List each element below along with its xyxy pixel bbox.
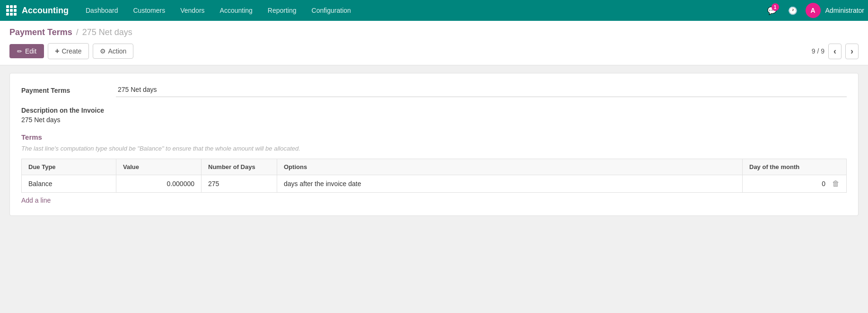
record-card: Payment Terms 275 Net days Description o… xyxy=(9,73,859,216)
action-label: Action xyxy=(108,47,127,55)
breadcrumb-current: 275 Net days xyxy=(82,27,132,37)
page-header: Payment Terms / 275 Net days Edit Create… xyxy=(0,21,868,65)
chevron-right-icon xyxy=(850,46,853,56)
admin-label[interactable]: Administrator xyxy=(825,7,864,14)
pager-prev-button[interactable] xyxy=(828,44,842,59)
plus-icon xyxy=(55,47,59,55)
gear-icon xyxy=(100,47,106,55)
cell-due-type: Balance xyxy=(22,175,116,193)
add-line-button[interactable]: Add a line xyxy=(21,197,51,204)
nav-item-configuration[interactable]: Configuration xyxy=(304,0,359,21)
col-header-value: Value xyxy=(116,159,202,175)
description-block: Description on the Invoice 275 Net days xyxy=(21,107,847,124)
col-header-day-month: Day of the month xyxy=(743,159,847,175)
action-button[interactable]: Action xyxy=(93,44,134,59)
delete-row-button[interactable]: 🗑 xyxy=(832,179,840,188)
breadcrumb: Payment Terms / 275 Net days xyxy=(9,27,859,37)
apps-icon[interactable] xyxy=(4,3,19,18)
col-header-num-days: Number of Days xyxy=(202,159,277,175)
edit-button[interactable]: Edit xyxy=(9,44,44,58)
toolbar: Edit Create Action 9 / 9 xyxy=(9,43,859,65)
clock-icon xyxy=(788,6,798,15)
terms-table: Due Type Value Number of Days Options Da… xyxy=(21,159,847,193)
app-brand[interactable]: Accounting xyxy=(22,6,69,16)
messages-button[interactable]: 1 xyxy=(764,2,780,18)
payment-terms-value: 275 Net days xyxy=(116,85,847,97)
pencil-icon xyxy=(17,47,22,55)
terms-hint: The last line's computation type should … xyxy=(21,145,847,152)
breadcrumb-parent[interactable]: Payment Terms xyxy=(9,27,72,37)
payment-terms-label: Payment Terms xyxy=(21,85,116,94)
messages-badge: 1 xyxy=(772,3,779,11)
terms-section: Terms The last line's computation type s… xyxy=(21,133,847,204)
main-content: Payment Terms 275 Net days Description o… xyxy=(0,65,868,224)
nav-item-customers[interactable]: Customers xyxy=(126,0,173,21)
cell-day-month: 0 🗑 xyxy=(743,175,847,193)
terms-title: Terms xyxy=(21,133,847,141)
pager-text: 9 / 9 xyxy=(812,47,824,55)
clock-button[interactable] xyxy=(785,2,801,18)
col-header-options: Options xyxy=(277,159,743,175)
create-button[interactable]: Create xyxy=(48,43,88,59)
payment-terms-row: Payment Terms 275 Net days xyxy=(21,85,847,97)
create-label: Create xyxy=(61,47,81,55)
description-value: 275 Net days xyxy=(21,116,847,124)
table-row: Balance 0.000000 275 days after the invo… xyxy=(22,175,847,193)
col-header-due-type: Due Type xyxy=(22,159,116,175)
top-navbar: Accounting Dashboard Customers Vendors A… xyxy=(0,0,868,21)
avatar[interactable]: A xyxy=(806,3,821,18)
edit-label: Edit xyxy=(25,47,36,55)
nav-item-accounting[interactable]: Accounting xyxy=(212,0,260,21)
cell-options: days after the invoice date xyxy=(277,175,743,193)
add-line-section: Add a line xyxy=(21,193,847,204)
nav-item-dashboard[interactable]: Dashboard xyxy=(78,0,126,21)
navbar-right: 1 A Administrator xyxy=(764,2,864,18)
pager: 9 / 9 xyxy=(812,44,859,59)
chevron-left-icon xyxy=(833,46,836,56)
breadcrumb-separator: / xyxy=(76,27,79,37)
terms-table-header: Due Type Value Number of Days Options Da… xyxy=(22,159,847,175)
cell-value: 0.000000 xyxy=(116,175,202,193)
terms-table-body: Balance 0.000000 275 days after the invo… xyxy=(22,175,847,193)
cell-num-days: 275 xyxy=(202,175,277,193)
description-label: Description on the Invoice xyxy=(21,107,847,114)
pager-next-button[interactable] xyxy=(845,44,859,59)
nav-item-vendors[interactable]: Vendors xyxy=(173,0,212,21)
navbar-menu: Dashboard Customers Vendors Accounting R… xyxy=(78,0,764,21)
nav-item-reporting[interactable]: Reporting xyxy=(260,0,304,21)
